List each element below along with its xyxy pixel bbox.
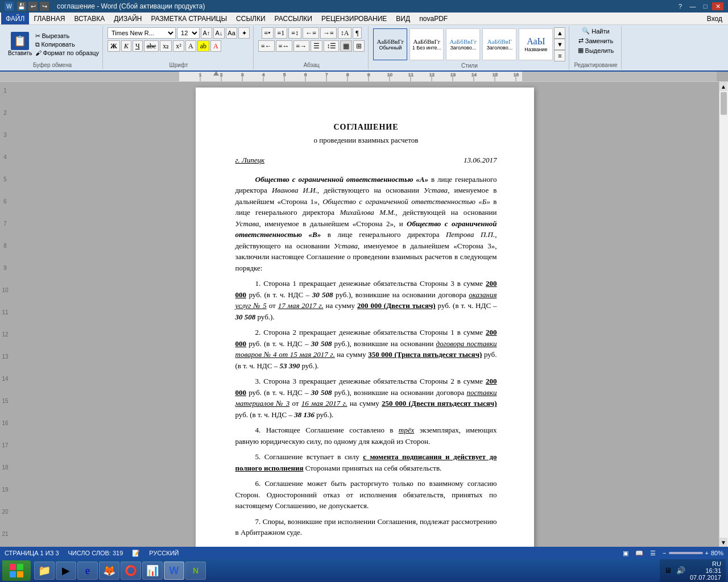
zoom-in-btn[interactable]: + — [705, 550, 709, 556]
windows-logo-icon — [9, 563, 24, 579]
view-btn-print[interactable]: ▣ — [623, 550, 628, 557]
svg-rect-36 — [10, 564, 16, 570]
cut-icon: ✂ — [35, 32, 40, 40]
page-container: СОГЛАШЕНИЕ о проведении взаимных расчето… — [10, 82, 719, 547]
editing-group: 🔍 Найти ⇄ Заменить ▦ Выделить Редактиров… — [570, 26, 621, 69]
bold-btn[interactable]: Ж — [107, 40, 120, 52]
doc-para-1: 1. Сторона 1 прекращает денежные обязате… — [235, 278, 497, 322]
cut-button[interactable]: ✂ Вырезать — [35, 32, 99, 40]
menu-file[interactable]: ФАЙЛ — [1, 13, 29, 24]
view-btn-web[interactable]: 📖 — [635, 550, 643, 557]
maximize-btn[interactable]: □ — [700, 2, 711, 10]
taskbar-explorer[interactable]: 📁 — [34, 562, 55, 580]
style-heading1[interactable]: АаБбВвГг Заголово... — [446, 28, 480, 60]
redo-quick-btn[interactable]: ↪ — [40, 2, 49, 11]
style-title[interactable]: АаЫ Название — [519, 28, 553, 60]
superscript-btn[interactable]: x² — [173, 40, 184, 52]
font-color-btn[interactable]: A — [210, 40, 221, 52]
bullet-list-btn[interactable]: ≡• — [262, 27, 274, 39]
taskbar-ie[interactable]: e — [77, 562, 98, 580]
border-btn[interactable]: ⊞ — [353, 40, 365, 52]
align-center-btn[interactable]: ≡↔ — [276, 40, 292, 52]
menu-layout[interactable]: РАЗМЕТКА СТРАНИЦЫ — [147, 13, 232, 24]
italic-btn[interactable]: К — [121, 40, 131, 52]
help-btn[interactable]: ? — [675, 2, 686, 10]
taskbar-nvidia[interactable]: N — [185, 562, 206, 580]
underline-btn[interactable]: Ч — [133, 40, 143, 52]
copy-format-button[interactable]: 🖌 Формат по образцу — [35, 49, 99, 56]
styles-up-btn[interactable]: ▲ — [554, 27, 565, 39]
menu-novapdf[interactable]: novaPDF — [415, 13, 452, 24]
find-button[interactable]: 🔍 Найти — [582, 27, 609, 35]
scroll-up-btn[interactable]: ▲ — [719, 82, 727, 91]
vertical-scrollbar[interactable]: ▲ ▼ — [719, 82, 728, 547]
zoom-level: 80% — [711, 550, 723, 556]
svg-text:1: 1 — [199, 72, 202, 77]
document-page[interactable]: СОГЛАШЕНИЕ о проведении взаимных расчето… — [196, 88, 534, 547]
style-title-preview: АаЫ — [527, 36, 545, 47]
strikethrough-btn[interactable]: аbc — [144, 40, 159, 52]
menu-references[interactable]: ССЫЛКИ — [231, 13, 270, 24]
minimize-btn[interactable]: — — [687, 2, 698, 10]
menu-review[interactable]: РЕЦЕНЗИРОВАНИЕ — [317, 13, 391, 24]
line-spacing-btn[interactable]: ↕☰ — [324, 40, 339, 52]
select-button[interactable]: ▦ Выделить — [578, 47, 614, 54]
scroll-down-btn[interactable]: ▼ — [719, 538, 727, 547]
justify-btn[interactable]: ☰ — [311, 40, 322, 52]
highlight-btn[interactable]: ab — [197, 40, 209, 52]
font-size-select[interactable]: 12 — [177, 27, 200, 39]
system-tray: 🖥 🔊 RU 16:31 07.07.2017 — [660, 559, 726, 582]
zoom-out-btn[interactable]: − — [663, 550, 666, 556]
show-marks-btn[interactable]: ¶ — [353, 27, 361, 39]
close-btn[interactable]: ✕ — [712, 2, 723, 10]
taskbar-firefox[interactable]: 🦊 — [99, 562, 119, 580]
editing-label: Редактирование — [574, 61, 617, 68]
font-case-btn[interactable]: Aa — [226, 27, 237, 39]
style-normal[interactable]: АаБбВвГг Обычный — [373, 28, 407, 60]
font-size-down-btn[interactable]: A↓ — [213, 27, 225, 39]
undo-quick-btn[interactable]: ↩ — [28, 2, 38, 11]
menu-home[interactable]: ГЛАВНАЯ — [29, 13, 69, 24]
taskbar-word[interactable]: W — [164, 562, 184, 580]
taskbar-app1[interactable]: 📊 — [142, 562, 163, 580]
search-icon: 🔍 — [582, 27, 590, 35]
align-left-btn[interactable]: ≡← — [258, 40, 275, 52]
styles-more-btn[interactable]: ≡ — [554, 50, 565, 61]
taskbar-media[interactable]: ▶ — [56, 562, 76, 580]
document-subtitle: о проведении взаимных расчетов — [235, 135, 497, 146]
scroll-thumb[interactable] — [721, 92, 727, 115]
menu-design[interactable]: ДИЗАЙН — [109, 13, 146, 24]
menu-view[interactable]: ВИД — [391, 13, 415, 24]
quick-access: 💾 ↩ ↪ — [17, 2, 49, 11]
menu-signin[interactable]: Вход — [702, 13, 727, 24]
replace-button[interactable]: ⇄ Заменить — [578, 37, 613, 44]
styles-down-btn[interactable]: ▼ — [554, 39, 565, 50]
align-right-btn[interactable]: ≡→ — [293, 40, 310, 52]
copy-icon: ⧉ — [35, 41, 40, 48]
style-title-label: Название — [524, 47, 547, 52]
decrease-indent-btn[interactable]: ←≡ — [303, 27, 319, 39]
zoom-slider[interactable] — [669, 552, 703, 554]
clear-format-btn[interactable]: ✦ — [238, 27, 250, 39]
shading-btn[interactable]: ▦ — [340, 40, 352, 52]
menu-mailings[interactable]: РАССЫЛКИ — [270, 13, 317, 24]
increase-indent-btn[interactable]: →≡ — [320, 27, 337, 39]
view-btn-outline[interactable]: ☰ — [650, 550, 656, 557]
text-effects-btn[interactable]: A — [185, 40, 196, 52]
font-name-select[interactable]: Times New R... — [107, 27, 176, 39]
svg-text:14: 14 — [471, 72, 477, 77]
start-button[interactable] — [2, 560, 31, 581]
taskbar-chrome[interactable]: ⭕ — [121, 562, 141, 580]
multilevel-list-btn[interactable]: ≡↕ — [288, 27, 301, 39]
subscript-btn[interactable]: x₂ — [160, 40, 172, 52]
paste-button[interactable]: 📋 Вставить — [6, 31, 34, 57]
font-size-up-btn[interactable]: A↑ — [201, 27, 212, 39]
save-quick-btn[interactable]: 💾 — [17, 2, 26, 11]
copy-button[interactable]: ⧉ Копировать — [35, 41, 99, 48]
style-no-spacing[interactable]: АаБбВвГг 1 Без инте... — [410, 28, 444, 60]
sort-btn[interactable]: ↕A — [338, 27, 352, 39]
style-heading2[interactable]: АаБбВвГ Заголово... — [482, 28, 516, 60]
number-list-btn[interactable]: ≡1 — [275, 27, 288, 39]
style-heading1-label: Заголово... — [450, 45, 476, 51]
menu-insert[interactable]: ВСТАВКА — [69, 13, 109, 24]
